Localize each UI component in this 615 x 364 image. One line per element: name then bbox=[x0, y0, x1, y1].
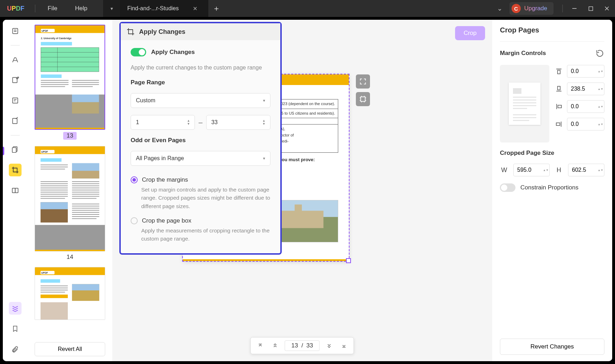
panel-header: Apply Changes bbox=[121, 23, 280, 40]
margin-left-input[interactable]: 0.0▲▼ bbox=[567, 100, 604, 113]
svg-rect-39 bbox=[72, 82, 99, 83]
first-page-icon[interactable] bbox=[253, 340, 267, 352]
upgrade-button[interactable]: C Upgrade bbox=[509, 2, 554, 15]
svg-rect-64 bbox=[41, 198, 65, 199]
pages-panel-icon[interactable] bbox=[9, 302, 22, 315]
svg-rect-98 bbox=[41, 302, 68, 320]
crop-box-radio[interactable] bbox=[131, 217, 138, 224]
spinner-icon[interactable]: ▲▼ bbox=[598, 119, 603, 129]
page-navigator: 13 / 33 bbox=[250, 337, 354, 354]
width-input[interactable]: 595.0▲▼ bbox=[513, 164, 550, 176]
constrain-proportions-toggle[interactable] bbox=[500, 183, 515, 192]
divider bbox=[500, 41, 604, 42]
input-value: 595.0 bbox=[517, 167, 531, 173]
margin-top-input[interactable]: 0.0▲▼ bbox=[567, 65, 604, 78]
menu-file[interactable]: File bbox=[39, 5, 66, 12]
window-close-icon[interactable] bbox=[599, 0, 615, 17]
active-tab[interactable]: Find-and-...r-Studies ✕ bbox=[120, 0, 208, 17]
fit-page-icon[interactable] bbox=[356, 74, 370, 89]
form-icon[interactable] bbox=[9, 94, 22, 107]
svg-rect-93 bbox=[41, 290, 68, 290]
sign-icon[interactable] bbox=[9, 115, 22, 127]
tab-list-button[interactable]: ▾ bbox=[103, 0, 120, 17]
odd-even-select[interactable]: All Pages in Range bbox=[131, 151, 270, 166]
revert-all-button[interactable]: Revert All bbox=[35, 342, 105, 356]
crop-button[interactable]: Crop bbox=[455, 26, 485, 40]
svg-text:UPDF: UPDF bbox=[42, 30, 48, 32]
window-minimize-icon[interactable] bbox=[566, 0, 583, 17]
crop-margins-radio[interactable] bbox=[131, 176, 138, 183]
crop-icon bbox=[126, 28, 135, 36]
last-page-icon[interactable] bbox=[338, 340, 351, 352]
attachment-icon[interactable] bbox=[9, 343, 22, 356]
svg-rect-81 bbox=[72, 214, 99, 215]
thumbnail-label: 13 bbox=[63, 132, 77, 140]
svg-rect-83 bbox=[72, 218, 96, 219]
edit-text-icon[interactable] bbox=[9, 74, 22, 86]
svg-rect-79 bbox=[72, 210, 99, 211]
thumbnail-14[interactable]: UPDF bbox=[35, 146, 105, 251]
new-tab-button[interactable]: ＋ bbox=[208, 0, 225, 17]
svg-rect-91 bbox=[41, 285, 68, 286]
panel-title: Crop Pages bbox=[500, 26, 604, 34]
svg-rect-110 bbox=[557, 86, 560, 90]
menu-help[interactable]: Help bbox=[66, 5, 96, 12]
svg-rect-77 bbox=[72, 206, 99, 206]
prev-page-icon[interactable] bbox=[268, 340, 282, 352]
separator bbox=[35, 5, 35, 12]
height-input[interactable]: 602.5▲▼ bbox=[568, 164, 604, 176]
svg-rect-78 bbox=[72, 208, 99, 208]
reader-icon[interactable] bbox=[9, 25, 22, 37]
spinner-icon[interactable]: ▲▼ bbox=[543, 165, 548, 175]
spinner-icon[interactable]: ▲▼ bbox=[598, 66, 603, 77]
spinner-icon[interactable]: ▲▼ bbox=[598, 101, 603, 112]
range-from-input[interactable]: 1▲▼ bbox=[131, 115, 195, 130]
svg-rect-71 bbox=[72, 194, 99, 195]
svg-rect-33 bbox=[41, 74, 62, 78]
organize-icon[interactable] bbox=[9, 143, 22, 156]
separator bbox=[562, 5, 563, 12]
upgrade-label: Upgrade bbox=[524, 5, 547, 12]
highlight-icon[interactable] bbox=[9, 53, 22, 66]
reset-icon[interactable] bbox=[595, 49, 604, 58]
revert-changes-button[interactable]: Revert Changes bbox=[500, 339, 604, 355]
thumbnail-15[interactable]: UPDF bbox=[35, 267, 105, 320]
cropped-size-label: Cropped Page Size bbox=[500, 150, 604, 157]
margin-left-icon bbox=[554, 102, 563, 111]
svg-rect-92 bbox=[41, 287, 68, 288]
tab-group: ▾ Find-and-...r-Studies ✕ ＋ bbox=[103, 0, 225, 17]
svg-rect-12 bbox=[13, 119, 17, 124]
compare-icon[interactable] bbox=[9, 184, 22, 197]
spinner-icon[interactable]: ▲▼ bbox=[598, 165, 603, 175]
preview-page bbox=[509, 83, 541, 125]
spinner-icon[interactable]: ▲▼ bbox=[598, 84, 603, 94]
titlebar-dropdown-icon[interactable]: ⌄ bbox=[490, 5, 509, 12]
page-range-label: Page Range bbox=[131, 79, 270, 86]
page-display[interactable]: 13 / 33 bbox=[285, 340, 320, 351]
svg-rect-53 bbox=[41, 169, 65, 169]
margin-bottom-input[interactable]: 238.5▲▼ bbox=[567, 83, 604, 95]
next-page-icon[interactable] bbox=[323, 340, 336, 352]
page-total: 33 bbox=[306, 342, 313, 349]
bookmark-icon[interactable] bbox=[9, 322, 22, 335]
crop-icon[interactable] bbox=[9, 164, 22, 176]
spinner-icon[interactable]: ▲▼ bbox=[187, 117, 192, 128]
margin-right-input[interactable]: 0.0▲▼ bbox=[567, 118, 604, 131]
window-maximize-icon[interactable] bbox=[583, 0, 599, 17]
range-to-input[interactable]: 33▲▼ bbox=[206, 115, 270, 130]
svg-rect-15 bbox=[12, 188, 15, 193]
svg-rect-75 bbox=[41, 202, 68, 209]
svg-rect-67 bbox=[72, 186, 99, 186]
svg-rect-105 bbox=[361, 97, 365, 102]
svg-rect-85 bbox=[35, 250, 105, 251]
auto-crop-icon[interactable] bbox=[356, 92, 370, 106]
apply-changes-toggle[interactable] bbox=[131, 48, 146, 56]
svg-rect-73 bbox=[72, 198, 96, 199]
page-range-select[interactable]: Custom bbox=[131, 93, 270, 108]
tab-close-icon[interactable]: ✕ bbox=[193, 5, 197, 12]
spinner-icon[interactable]: ▲▼ bbox=[262, 117, 268, 128]
panel-title: Apply Changes bbox=[139, 28, 185, 36]
svg-rect-56 bbox=[41, 181, 68, 182]
thumbnail-13[interactable]: UPDF 2. University of Cambridge bbox=[35, 25, 105, 130]
svg-rect-1 bbox=[589, 7, 593, 11]
